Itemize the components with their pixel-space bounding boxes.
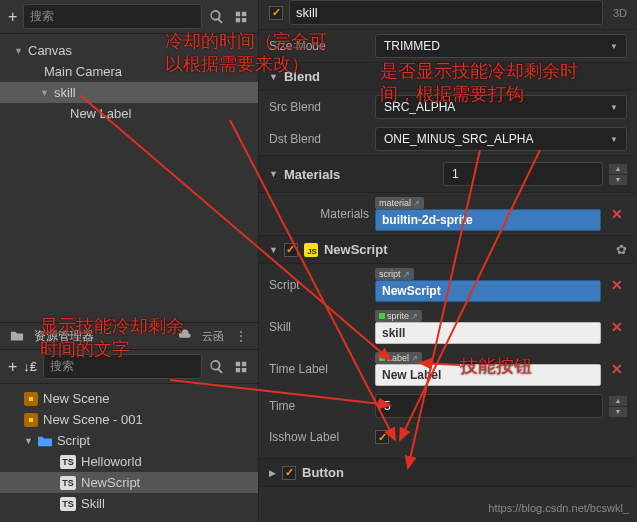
prop-label: Size Mode [269,39,369,53]
src-blend-dropdown[interactable]: SRC_ALPHA▼ [375,95,627,119]
number-stepper[interactable]: ▲▼ [609,396,627,417]
remove-script-button[interactable]: ✕ [607,277,627,293]
node-active-checkbox[interactable] [269,6,283,20]
prop-label: Time [269,399,369,413]
asset-item-script-folder[interactable]: ▼Script [0,430,258,451]
script-asset-box[interactable]: NewScript [375,280,601,302]
asset-item-helloworld[interactable]: TSHelloworld [0,451,258,472]
material-asset-box[interactable]: builtin-2d-sprite [375,209,601,231]
remove-timelabel-button[interactable]: ✕ [607,361,627,377]
gear-icon[interactable]: ✿ [616,242,627,257]
cloud-icon[interactable] [176,327,194,345]
collapse-assets-icon[interactable] [232,358,250,376]
component-active-checkbox[interactable] [282,466,296,480]
timelabel-asset-box[interactable]: New Label [375,364,601,386]
time-input[interactable]: 5 [375,394,603,418]
watermark: https://blog.csdn.net/bcswkl_ [488,502,629,514]
size-mode-dropdown[interactable]: TRIMMED▼ [375,34,627,58]
tree-item-main-camera[interactable]: Main Camera [0,61,258,82]
asset-item-scene-001[interactable]: New Scene - 001 [0,409,258,430]
remove-material-button[interactable]: ✕ [607,206,627,222]
asset-panel-title: 资源管理器 [34,328,94,345]
skill-asset-box[interactable]: skill [375,322,601,344]
blend-section-header[interactable]: ▼Blend [259,62,637,91]
component-active-checkbox[interactable] [284,243,298,257]
ts-icon: TS [60,476,76,490]
scene-icon [24,392,38,406]
hierarchy-search-input[interactable]: 搜索 [23,4,202,29]
sort-button[interactable]: ↓₤ [23,359,37,374]
hierarchy-tree: ▼Canvas Main Camera ▼skill New Label [0,34,258,130]
prop-label: Script [269,278,369,292]
asset-label: Script [57,433,90,448]
tree-label: Main Camera [44,64,122,79]
prop-label: Materials [269,207,369,221]
asset-label: Skill [81,496,105,511]
node-name-input[interactable] [289,0,603,25]
ts-icon: TS [60,497,76,511]
materials-count-input[interactable]: 1 [443,162,603,186]
number-stepper[interactable]: ▲▼ [609,164,627,185]
asset-search-input[interactable]: 搜索 [43,354,202,379]
asset-label: Helloworld [81,454,142,469]
asset-label: New Scene - 001 [43,412,143,427]
newscript-section-header[interactable]: ▼ JS NewScript ✿ [259,235,637,264]
add-asset-button[interactable]: + [8,358,17,376]
asset-item-scene[interactable]: New Scene [0,388,258,409]
menu-icon[interactable]: ⋮ [232,327,250,345]
add-node-button[interactable]: + [8,8,17,26]
script-tag: script↗ [375,268,414,280]
prop-label: Time Label [269,362,369,376]
prop-label: Isshow Label [269,430,369,444]
cloud-label: 云函 [202,329,224,344]
isshow-checkbox[interactable] [375,430,389,444]
tree-label: Canvas [28,43,72,58]
remove-skill-button[interactable]: ✕ [607,319,627,335]
tree-label: skill [54,85,76,100]
prop-label: Src Blend [269,100,369,114]
search-icon[interactable] [208,8,226,26]
dst-blend-dropdown[interactable]: ONE_MINUS_SRC_ALPHA▼ [375,127,627,151]
asset-label: New Scene [43,391,109,406]
badge-3d: 3D [613,7,627,19]
search-icon[interactable] [208,358,226,376]
js-icon: JS [304,243,318,257]
tree-item-skill[interactable]: ▼skill [0,82,258,103]
folder-icon [8,327,26,345]
collapse-icon[interactable] [232,8,250,26]
label-tag: Label↗ [375,352,422,364]
tree-item-new-label[interactable]: New Label [0,103,258,124]
materials-section-header[interactable]: ▼Materials 1 ▲▼ [259,155,637,193]
prop-label: Skill [269,320,369,334]
tree-label: New Label [70,106,131,121]
button-section-header[interactable]: ▶ Button [259,458,637,487]
tree-item-canvas[interactable]: ▼Canvas [0,40,258,61]
ts-icon: TS [60,455,76,469]
asset-label: NewScript [81,475,140,490]
sprite-tag: sprite↗ [375,310,422,322]
material-tag: material↗ [375,197,424,209]
folder-icon [38,435,52,447]
asset-item-newscript[interactable]: TSNewScript [0,472,258,493]
asset-item-skill[interactable]: TSSkill [0,493,258,514]
scene-icon [24,413,38,427]
asset-tree: New Scene New Scene - 001 ▼Script TSHell… [0,384,258,518]
prop-label: Dst Blend [269,132,369,146]
